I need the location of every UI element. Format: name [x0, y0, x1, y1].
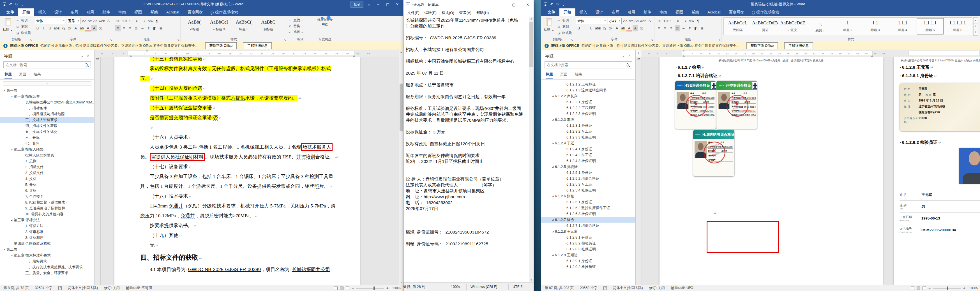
nav-heading-item[interactable]: 投标人须知前附表	[0, 152, 94, 158]
nav-heading-item[interactable]: 6.1.2.2.2 工程师证	[541, 105, 635, 111]
undo-icon[interactable]: ↶	[9, 2, 12, 6]
search-input[interactable]	[4, 63, 85, 67]
learn-more-button[interactable]: 了解详细信息	[243, 42, 272, 49]
paragraph-button[interactable]: ⁝≡	[656, 18, 662, 24]
text-line[interactable]: 网 址：http://www.pjharj.com	[406, 194, 529, 200]
ribbon-tab[interactable]: 审阅	[114, 8, 130, 16]
hanging-indent-marker[interactable]: △	[130, 54, 132, 57]
nav-heading-item[interactable]: 6.1.2.2.1 身份证	[541, 99, 635, 105]
text-line[interactable]: 刘畅 身份证号码： 210922198911162725	[406, 241, 529, 247]
tell-me-search[interactable]: 操作说明搜索	[748, 8, 783, 16]
text-line[interactable]	[406, 29, 529, 35]
vertical-scrollbar[interactable]: ▲ ▼	[399, 50, 403, 285]
dialog-launcher-icon[interactable]: ⇘	[30, 38, 32, 41]
document-line[interactable]: 按附件《工程服务相关承诺模板》格式六提供承诺，承诺按要求履约。↵	[140, 93, 356, 103]
text-line[interactable]	[406, 211, 529, 217]
text-line[interactable]	[406, 41, 529, 46]
nav-heading-item[interactable]: 10. 需要补充的其他内容	[0, 211, 94, 217]
paragraph-button[interactable]: ⁝≡	[115, 18, 121, 24]
scroll-up-icon[interactable]: ▲	[399, 50, 403, 54]
document-line[interactable]: 无↵	[140, 240, 356, 250]
menu-item[interactable]: 文件(F)	[405, 10, 422, 16]
font-tool-button[interactable]: A˄	[622, 18, 628, 24]
font-style-button[interactable]: B	[35, 25, 40, 32]
font-style-button[interactable]: A	[85, 25, 91, 32]
document-line[interactable]: 人员至少包含 3 类工种,包括 1 名工程师、1 名机械加工相关人员、1 名现场…	[140, 142, 356, 152]
expand-arrow-icon[interactable]: ◢	[551, 252, 555, 258]
font-style-button[interactable]: A	[633, 25, 638, 32]
nav-heading-item[interactable]: ◢ 第一章 招标公告	[0, 93, 94, 99]
paragraph-button[interactable]: ⇤	[676, 18, 681, 24]
nav-heading-item[interactable]: 1. 总则	[0, 158, 94, 164]
title-bar[interactable]: ↶ ↻ ⌄ GWDC-NB-2025-GJGS-FR-00389招标文件 [兼容…	[0, 0, 403, 8]
zoom-out-button[interactable]: −	[352, 286, 354, 291]
style-item[interactable]: AaBbCcDdE ↵正文	[779, 18, 806, 35]
web-layout-icon[interactable]	[346, 286, 349, 290]
text-area[interactable]: 长城钻探固井公司2025年度114.3mm*70MPa免通井（免钻）分级箍的加工…	[404, 16, 529, 282]
text-line[interactable]: 2025 年 07 月 11 日	[406, 70, 529, 76]
close-icon[interactable]: ✕	[627, 54, 633, 57]
font-style-button[interactable]: x₂	[602, 25, 607, 32]
document-line[interactable]: （十五）履约保证金提交承诺↵	[140, 103, 356, 113]
doc-heading[interactable]: ▪6.1.2.8.1 身份证↵	[900, 73, 937, 79]
document-canvas[interactable]: 长城钻探固井公司 2025 年度 114.3mm*70MPa 免通井（免钻）分级…	[642, 57, 980, 285]
well-control-certificate-image[interactable]: 中国石油井控培训合格证 姓名徐勇工作单位盘锦恒奥瑞佳实业有限公司职务岗位工程师有…	[716, 81, 757, 129]
sign-in-button[interactable]: 登录	[350, 1, 363, 8]
font-style-button[interactable]: A	[91, 25, 97, 32]
font-tool-button[interactable]: wén	[98, 18, 106, 24]
redo-icon[interactable]: ↻	[556, 2, 559, 6]
chevron-down-icon[interactable]: ⌄	[79, 54, 85, 57]
paragraph-button[interactable]: ⇥	[141, 18, 146, 24]
nav-heading-item[interactable]: 6.1.2.5.2 培训合格证	[541, 175, 635, 181]
expand-arrow-icon[interactable]: ◢	[551, 217, 555, 223]
text-line[interactable]: 近年发生的诉讼及仲裁情况的时间要求	[406, 153, 529, 158]
document-line[interactable]: 按要求提供承诺书。↵	[140, 221, 356, 231]
nav-heading-item[interactable]: 6.1.2.3.2 车工证	[541, 129, 635, 134]
nav-heading-item[interactable]: 6.1.2.8.1 身份证	[541, 234, 635, 240]
dialog-launcher-icon[interactable]: ⇘	[110, 38, 112, 41]
cut-button[interactable]: ✂剪切	[557, 17, 572, 24]
nav-heading-item[interactable]: 6.1.2.6.3 社保证明	[541, 211, 635, 217]
text-line[interactable]: 长城钻探固井公司2025年度114.3mm*70MPa免通井（免钻	[406, 17, 529, 23]
paragraph-button[interactable]: A⇅	[147, 18, 153, 24]
ribbon-tab[interactable]: 邮件	[639, 8, 655, 16]
nav-heading-item[interactable]: 长城钻探固井公司2025年度114.3mm*70M...	[0, 99, 94, 105]
nav-heading-item[interactable]: 6.1.2.2.3 社保证明	[541, 111, 635, 117]
nav-heading-item[interactable]: 6.1.2.4.2 车工证	[541, 152, 635, 158]
paragraph-button[interactable]: ≣	[675, 25, 680, 32]
font-style-button[interactable]: A	[73, 25, 78, 32]
gallery-down-icon[interactable]: ▼	[974, 24, 978, 29]
ribbon-tab[interactable]: 设计	[50, 8, 66, 16]
text-line[interactable]: 近3年，2022年1月1日至投标截止时间止	[406, 158, 529, 164]
paragraph-button[interactable]: ⇿	[681, 25, 686, 32]
ribbon-display-options-icon[interactable]: ⌅	[364, 2, 373, 6]
expand-arrow-icon[interactable]: ◢	[10, 146, 14, 152]
paragraph-button[interactable]: ¶	[154, 18, 159, 24]
document-line[interactable]: 四、招标文件的获取↵	[140, 250, 356, 265]
font-tool-button[interactable]: A˄	[81, 18, 87, 24]
nav-heading-item[interactable]: 二、项目概况与招标范围	[0, 111, 94, 117]
nav-tab[interactable]: 标题	[546, 72, 553, 80]
text-line[interactable]	[406, 164, 529, 170]
font-tool-button[interactable]: A	[106, 18, 111, 24]
cut-button[interactable]: ✂剪切	[16, 17, 31, 24]
search-input[interactable]	[545, 63, 626, 67]
text-line[interactable]: 服务期限：服务期限自合同签订之日起，有效期一年	[406, 94, 529, 100]
tell-me-search[interactable]: 操作说明搜索	[207, 8, 242, 16]
proofing-icon[interactable]	[603, 286, 607, 290]
paragraph-button[interactable]: ⇕	[146, 25, 151, 32]
document-line[interactable]: （十四）投标人履约承诺↵	[140, 83, 356, 93]
nav-heading-item[interactable]: ◢ 6.1.2.5 孙贤陆	[541, 164, 635, 170]
read-mode-icon[interactable]	[911, 286, 915, 290]
text-line[interactable]	[406, 76, 529, 82]
document-line[interactable]: 五。↵	[140, 73, 356, 83]
style-item[interactable]: AaBbCcI ↵标题 3	[207, 17, 231, 35]
document-line[interactable]: 至少具备 3 种加工设备，包括 1 台车床、1 台锯床、1 台钻床；至少具备 3…	[140, 172, 356, 181]
gallery-up-icon[interactable]: ▲	[974, 17, 978, 24]
nav-heading-item[interactable]: 6.1.2.9.1 身份证	[541, 258, 635, 264]
paragraph-button[interactable]: ⇥	[682, 18, 687, 24]
ribbon-tab[interactable]: 视图	[671, 8, 687, 16]
ribbon-tab[interactable]: Acrobat	[703, 8, 725, 16]
text-line[interactable]	[406, 64, 529, 70]
nav-heading-item[interactable]: 6.1.2.1.3 退休返聘合同书	[541, 87, 635, 93]
